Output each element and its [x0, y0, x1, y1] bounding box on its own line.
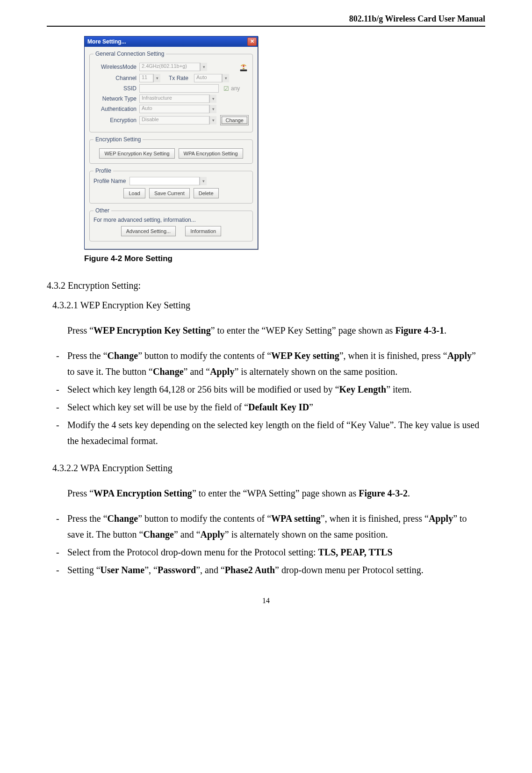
general-legend: General Connection Setting — [93, 51, 166, 57]
chevron-down-icon: ▾ — [209, 116, 216, 124]
t: Figure 4-3-2 — [359, 488, 408, 498]
t: WEP Encryption Key Setting — [93, 325, 211, 335]
t: Phase2 Auth — [225, 565, 275, 575]
t: ” button to modify the contents of “ — [138, 350, 271, 361]
t: ” — [309, 402, 313, 412]
change-button[interactable]: Change — [220, 115, 249, 125]
t: ” and “ — [174, 529, 201, 540]
wirelessmode-label: WirelessMode — [93, 64, 139, 70]
encryption-setting-group: Encryption Setting WEP Encryption Key Se… — [89, 136, 253, 164]
save-current-button[interactable]: Save Current — [149, 188, 190, 198]
t: ”, when it is finished, press “ — [321, 513, 429, 524]
para-wpa-intro: Press “WPA Encryption Setting” to enter … — [67, 485, 485, 501]
section-4-3-2-2: 4.3.2.2 WPA Encryption Setting — [52, 460, 485, 476]
t: ” to enter the “WEP Key Setting” page sh… — [211, 325, 395, 335]
encryption-label: Encryption — [93, 117, 139, 124]
profile-name-label: Profile Name — [93, 178, 126, 184]
ssid-input — [139, 84, 219, 93]
chevron-down-icon: ▾ — [153, 74, 160, 82]
t: Press the “ — [67, 513, 108, 524]
t: WPA setting — [271, 513, 321, 524]
t: WEP Key setting — [271, 350, 339, 361]
list-item: Select which key set will be use by the … — [56, 399, 485, 415]
manual-header: 802.11b/g Wireless Card User Manual — [47, 14, 485, 24]
t: Modify the 4 sets key depending on the s… — [67, 420, 479, 446]
svg-point-2 — [243, 65, 244, 67]
t: Select which key set will be use by the … — [67, 402, 248, 412]
section-4-3-2-1: 4.3.2.1 WEP Encryption Key Setting — [52, 297, 485, 313]
para-wep-intro: Press “WEP Encryption Key Setting” to en… — [67, 322, 485, 338]
t: . — [444, 325, 446, 335]
t: Apply — [210, 366, 234, 377]
delete-button[interactable]: Delete — [194, 188, 219, 198]
chevron-down-icon: ▾ — [209, 105, 216, 113]
advanced-setting-button[interactable]: Advanced Setting... — [121, 226, 176, 236]
ssid-label: SSID — [93, 85, 139, 92]
profile-name-select[interactable] — [129, 177, 200, 185]
t: TLS, PEAP, TTLS — [318, 547, 393, 557]
chevron-down-icon: ▾ — [209, 95, 216, 103]
information-button[interactable]: Information — [185, 226, 221, 236]
t: Change — [108, 350, 138, 361]
t: Setting “ — [67, 565, 101, 575]
t: Key Length — [339, 384, 387, 394]
t: Default Key ID — [248, 402, 309, 412]
close-icon[interactable]: ✕ — [247, 37, 257, 46]
list-item: Select which key length 64,128 or 256 bi… — [56, 381, 485, 397]
t: Press “ — [67, 488, 93, 498]
load-button[interactable]: Load — [123, 188, 145, 198]
t: ” button to modify the contents of “ — [138, 513, 271, 524]
more-setting-dialog: More Setting... ✕ General Connection Set… — [84, 36, 258, 249]
channel-select: 11 — [139, 74, 153, 82]
wpa-encryption-setting-button[interactable]: WPA Encryption Setting — [179, 148, 243, 159]
networktype-select: Infrastructure — [139, 95, 209, 103]
t: Select which key length 64,128 or 256 bi… — [67, 384, 339, 394]
t: Change — [143, 529, 174, 540]
t: ” is alternately shown on the same posit… — [234, 366, 397, 377]
page-number: 14 — [47, 597, 485, 605]
chevron-down-icon: ▾ — [200, 63, 207, 71]
list-item: Press the “Change” button to modify the … — [56, 510, 485, 542]
header-rule — [47, 26, 485, 27]
t: Apply — [201, 529, 225, 540]
section-4-3-2: 4.3.2 Encryption Setting: — [47, 277, 485, 293]
other-text: For more advanced setting, information..… — [93, 217, 249, 223]
t: . — [408, 488, 410, 498]
t: Change — [153, 366, 184, 377]
wep-encryption-key-setting-button[interactable]: WEP Encryption Key Setting — [99, 148, 174, 159]
txrate-select: Auto — [194, 74, 222, 82]
dialog-titlebar: More Setting... ✕ — [85, 36, 258, 47]
ssid-any-checkbox: ☑ any — [223, 85, 240, 92]
t: Apply — [447, 350, 472, 361]
wirelessmode-select: 2.4GHz(802.11b+g) — [139, 63, 200, 71]
svg-rect-1 — [243, 68, 244, 69]
authentication-select: Auto — [139, 105, 209, 113]
profile-group: Profile Profile Name ▾ Load Save Current… — [89, 168, 253, 204]
t: ” and “ — [184, 366, 210, 377]
t: ”, “ — [144, 565, 158, 575]
list-item: Select from the Protocol drop-down menu … — [56, 544, 485, 560]
list-item: Press the “Change” button to modify the … — [56, 348, 485, 379]
other-group: Other For more advanced setting, informa… — [89, 207, 253, 241]
list-item: Setting “User Name”, “Password”, and “Ph… — [56, 562, 485, 578]
encryption-legend: Encryption Setting — [93, 136, 143, 143]
wifi-signal-icon — [238, 62, 249, 72]
chevron-down-icon[interactable]: ▾ — [200, 177, 207, 185]
other-legend: Other — [93, 207, 111, 214]
t: Press “ — [67, 325, 93, 335]
t: ”, and “ — [196, 565, 225, 575]
profile-legend: Profile — [93, 168, 113, 174]
svg-rect-0 — [240, 70, 247, 72]
authentication-label: Authentication — [93, 106, 139, 112]
encryption-select: Disable — [139, 116, 209, 124]
general-connection-group: General Connection Setting WirelessMode … — [89, 51, 253, 132]
t: Figure 4-3-1 — [395, 325, 444, 335]
t: Change — [108, 513, 138, 524]
t: ”, when it is finished, press “ — [339, 350, 447, 361]
t: Password — [158, 565, 196, 575]
t: Select from the Protocol drop-down menu … — [67, 547, 318, 557]
list-item: Modify the 4 sets key depending on the s… — [56, 417, 485, 449]
t: ” item. — [386, 384, 411, 394]
txrate-label: Tx Rate — [169, 75, 191, 81]
channel-label: Channel — [93, 75, 139, 81]
